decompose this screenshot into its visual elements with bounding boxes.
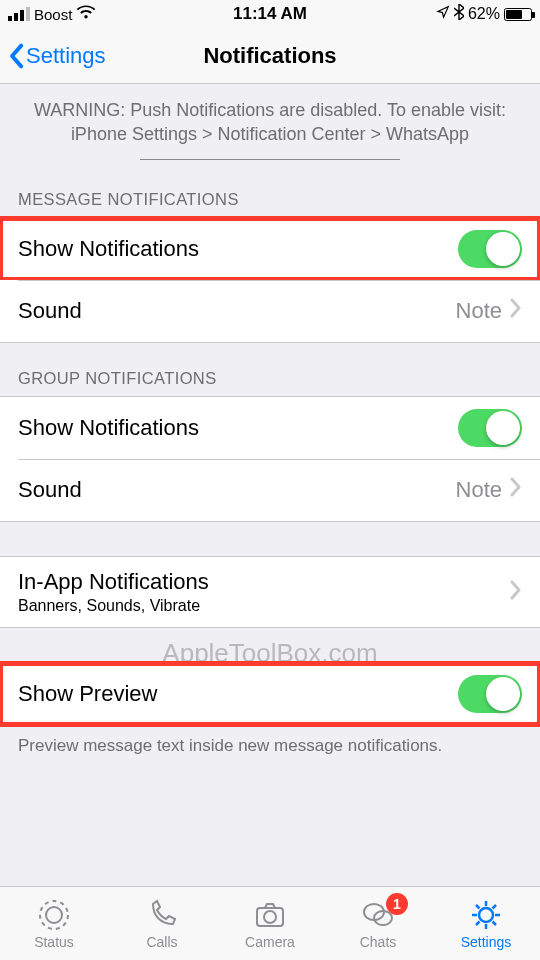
tab-camera[interactable]: Camera: [216, 887, 324, 960]
warning-line1: WARNING: Push Notifications are disabled…: [20, 98, 520, 122]
show-preview-row[interactable]: Show Preview: [0, 663, 540, 725]
tab-settings[interactable]: Settings: [432, 887, 540, 960]
show-preview-label: Show Preview: [18, 681, 157, 707]
show-preview-toggle[interactable]: [458, 675, 522, 713]
tab-settings-label: Settings: [461, 934, 512, 950]
show-notifications-row-group[interactable]: Show Notifications: [0, 397, 540, 459]
status-time: 11:14 AM: [0, 4, 540, 24]
show-notifications-label-group: Show Notifications: [18, 415, 199, 441]
sound-label-group: Sound: [18, 477, 82, 503]
svg-line-12: [493, 921, 497, 925]
chevron-right-icon: [510, 298, 522, 324]
show-notifications-toggle-message[interactable]: [458, 230, 522, 268]
svg-point-0: [40, 901, 68, 929]
tab-camera-label: Camera: [245, 934, 295, 950]
svg-line-13: [493, 905, 497, 909]
show-preview-footer: Preview message text inside new message …: [0, 726, 540, 768]
svg-point-3: [264, 911, 276, 923]
message-notifications-group: Show Notifications Sound Note: [0, 217, 540, 343]
show-notifications-toggle-group[interactable]: [458, 409, 522, 447]
sound-row-message[interactable]: Sound Note: [0, 280, 540, 342]
group-notifications-group: Show Notifications Sound Note: [0, 396, 540, 522]
in-app-label: In-App Notifications: [18, 569, 209, 595]
sound-value: Note: [456, 298, 502, 324]
sound-label: Sound: [18, 298, 82, 324]
show-notifications-row-message[interactable]: Show Notifications: [0, 218, 540, 280]
status-bar: Boost 11:14 AM 62%: [0, 0, 540, 28]
tab-status-label: Status: [34, 934, 74, 950]
chevron-right-icon: [510, 477, 522, 503]
tab-calls-label: Calls: [146, 934, 177, 950]
tab-bar: Status Calls Camera 1 Chats Settings: [0, 886, 540, 960]
svg-point-1: [46, 907, 62, 923]
gear-icon: [469, 898, 503, 932]
tab-calls[interactable]: Calls: [108, 887, 216, 960]
warning-line2: iPhone Settings > Notification Center > …: [20, 122, 520, 146]
in-app-notifications-row[interactable]: In-App Notifications Banners, Sounds, Vi…: [0, 557, 540, 627]
sound-value-group: Note: [456, 477, 502, 503]
nav-bar: Settings Notifications: [0, 28, 540, 84]
in-app-group: In-App Notifications Banners, Sounds, Vi…: [0, 556, 540, 628]
sound-row-group[interactable]: Sound Note: [0, 459, 540, 521]
chevron-right-icon: [510, 580, 522, 604]
svg-line-11: [476, 905, 480, 909]
section-header-message: MESSAGE NOTIFICATIONS: [0, 164, 540, 217]
status-icon: [37, 898, 71, 932]
tab-chats[interactable]: 1 Chats: [324, 887, 432, 960]
camera-icon: [253, 898, 287, 932]
in-app-detail: Banners, Sounds, Vibrate: [18, 597, 209, 615]
battery-icon: [504, 8, 532, 21]
page-title: Notifications: [0, 43, 540, 69]
show-preview-group: Show Preview: [0, 662, 540, 726]
chats-badge: 1: [386, 893, 408, 915]
svg-point-6: [479, 908, 493, 922]
tab-chats-label: Chats: [360, 934, 397, 950]
warning-banner: WARNING: Push Notifications are disabled…: [0, 84, 540, 164]
section-header-group: GROUP NOTIFICATIONS: [0, 343, 540, 396]
show-notifications-label: Show Notifications: [18, 236, 199, 262]
svg-line-14: [476, 921, 480, 925]
phone-icon: [145, 898, 179, 932]
tab-status[interactable]: Status: [0, 887, 108, 960]
